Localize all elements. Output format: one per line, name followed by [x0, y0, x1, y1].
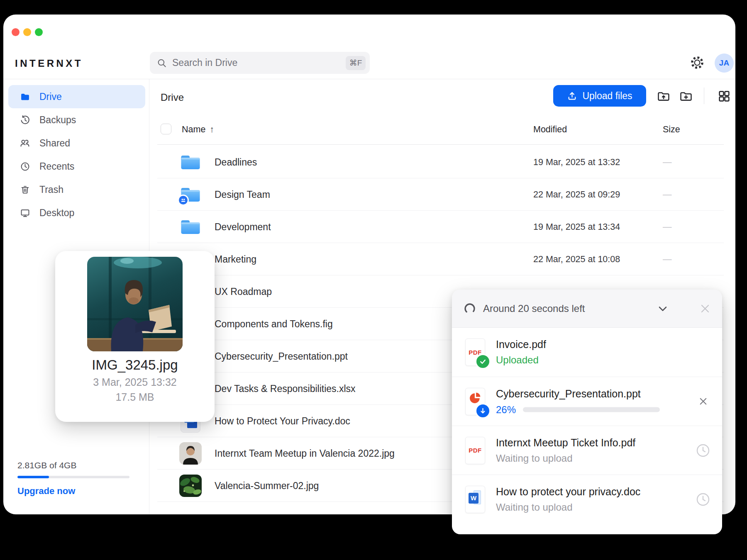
- waiting-clock-icon: [696, 443, 710, 458]
- maximize-window-button[interactable]: [35, 28, 43, 36]
- folder-icon: [20, 91, 30, 102]
- shared-badge-icon: [178, 195, 189, 206]
- waiting-clock-icon: [696, 492, 710, 507]
- powerpoint-file-icon: [465, 388, 485, 415]
- pdf-file-icon: PDF: [465, 437, 485, 464]
- upload-item: W How to protect your privacy.doc Waitin…: [452, 475, 722, 523]
- upload-files-button[interactable]: Upload files: [553, 85, 646, 107]
- upload-item: PDF Internxt Meetup Ticket Info.pdf Wait…: [452, 426, 722, 475]
- new-folder-button[interactable]: [679, 89, 693, 104]
- column-header-modified[interactable]: Modified: [533, 124, 567, 135]
- preview-date: 3 Mar, 2025 13:32: [55, 376, 215, 388]
- upload-item-status: Uploaded: [496, 354, 703, 366]
- header-divider: [3, 79, 735, 79]
- search-input[interactable]: [172, 57, 346, 68]
- column-header-size[interactable]: Size: [663, 124, 680, 135]
- upload-popup-header: Around 20 seconds left: [452, 290, 722, 328]
- photo-thumbnail: [179, 475, 202, 497]
- desktop-background: INTERNXT ⌘F JA: [0, 0, 747, 560]
- upload-time-remaining: Around 20 seconds left: [483, 303, 585, 314]
- sidebar-item-drive[interactable]: Drive: [8, 85, 145, 108]
- folder-upload-icon: [657, 89, 671, 103]
- cancel-upload-icon[interactable]: [696, 394, 710, 409]
- sort-asc-icon: ↑: [210, 124, 214, 134]
- upload-item-name: Cybersecurity_Presentation.ppt: [496, 387, 703, 399]
- close-icon[interactable]: [698, 302, 712, 316]
- sidebar-item-label: Drive: [39, 91, 62, 102]
- column-header-name[interactable]: Name↑: [182, 124, 214, 135]
- upload-item-status: Waiting to upload: [496, 453, 703, 464]
- upload-item: Cybersecurity_Presentation.ppt 26%: [452, 377, 722, 426]
- upload-item: PDF Invoice.pdf Uploaded: [452, 328, 722, 377]
- folder-plus-icon: [679, 89, 693, 103]
- preview-size: 17.5 MB: [55, 391, 215, 403]
- internxt-logo: INTERNXT: [15, 58, 83, 69]
- history-icon: [20, 114, 30, 125]
- preview-photo: [87, 257, 183, 351]
- table-row[interactable]: Deadlines 19 Mar, 2025 at 13:32 —: [3, 146, 735, 178]
- page-title: Drive: [161, 92, 184, 103]
- chevron-down-icon[interactable]: [656, 302, 669, 315]
- shared-folder-icon: [180, 186, 201, 203]
- upload-folder-button[interactable]: [656, 89, 671, 104]
- minimize-window-button[interactable]: [23, 28, 31, 36]
- uploading-arrow-icon: [475, 403, 491, 419]
- pdf-file-icon: PDF: [465, 338, 485, 366]
- toolbar-separator: [704, 88, 704, 104]
- search-icon: [156, 58, 167, 68]
- word-file-icon: W: [465, 486, 485, 513]
- select-all-checkbox[interactable]: [161, 124, 171, 134]
- upload-icon: [567, 91, 577, 101]
- window-controls: [12, 28, 43, 36]
- upload-percent-label: 26%: [496, 404, 516, 415]
- search-bar[interactable]: ⌘F: [150, 52, 370, 74]
- photo-thumbnail: [179, 442, 202, 465]
- upload-item-status: Waiting to upload: [496, 502, 703, 513]
- spinner-icon: [464, 302, 476, 315]
- search-shortcut-chip: ⌘F: [346, 56, 366, 70]
- upload-button-label: Upload files: [582, 90, 632, 102]
- grid-view-button[interactable]: [717, 89, 732, 104]
- folder-icon: [180, 154, 201, 171]
- gear-icon: [690, 55, 705, 70]
- grid-view-icon: [718, 90, 731, 103]
- upload-progress-popup: Around 20 seconds left PDF Invoice.pdf: [452, 290, 722, 534]
- preview-filename: IMG_3245.jpg: [55, 357, 215, 373]
- upload-item-name: Invoice.pdf: [496, 338, 703, 351]
- upload-item-name: Internxt Meetup Ticket Info.pdf: [496, 437, 703, 449]
- avatar[interactable]: JA: [715, 54, 734, 73]
- close-window-button[interactable]: [12, 28, 20, 36]
- settings-button[interactable]: [689, 55, 705, 71]
- table-row[interactable]: Development 19 Mar, 2025 at 13:34 —: [3, 211, 735, 243]
- sidebar-item-label: Backups: [39, 114, 76, 126]
- file-preview-card: IMG_3245.jpg 3 Mar, 2025 13:32 17.5 MB: [55, 251, 215, 422]
- sidebar-item-backups[interactable]: Backups: [8, 108, 145, 131]
- folder-icon: [180, 219, 201, 236]
- table-header-divider: [157, 144, 724, 145]
- upload-item-name: How to protect your privacy.doc: [496, 486, 703, 498]
- table-row[interactable]: Design Team 22 Mar, 2025 at 09:29 —: [3, 178, 735, 211]
- uploaded-check-icon: [475, 354, 491, 369]
- upload-progress-bar: [523, 407, 660, 412]
